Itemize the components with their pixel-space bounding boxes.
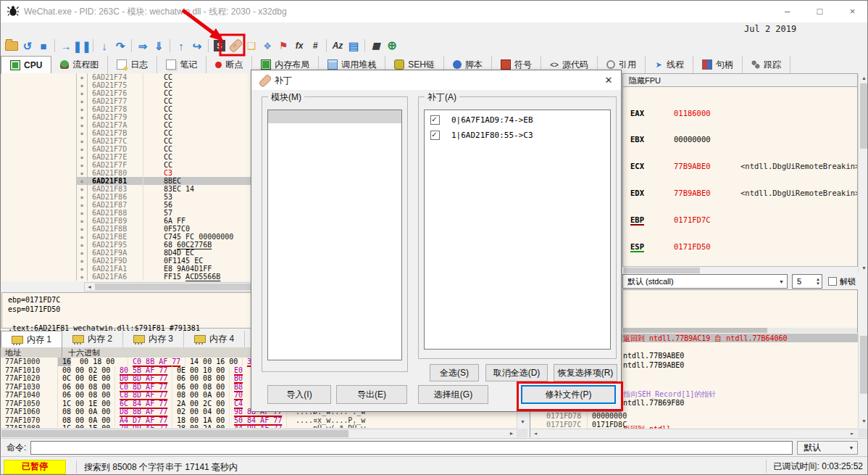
breakpoint-dot-icon[interactable] (76, 209, 88, 217)
dump-row[interactable]: 77AF10801C 00 1E 0070 D9 AF 7728 00 2A 0… (1, 424, 517, 428)
close-button[interactable]: × (836, 1, 868, 22)
breakpoint-dot-icon[interactable] (76, 241, 88, 249)
breakpoint-dot-icon[interactable] (76, 257, 88, 265)
globe-icon[interactable]: ⊕ (384, 38, 400, 54)
tab-threads[interactable]: ➤线程 (646, 56, 693, 73)
dump-row[interactable]: 77AF107008 00 0A 00A4 D7 AF 7718 00 1A 0… (1, 416, 517, 425)
breakpoint-dot-icon[interactable] (76, 217, 88, 225)
stack-arguments-view[interactable] (622, 289, 858, 333)
export-button[interactable]: 导出(E) (336, 385, 407, 404)
breakpoint-dot-icon[interactable] (76, 137, 88, 145)
toolbar-button[interactable] (90, 38, 96, 54)
registers-vscrollbar[interactable]: ▲ ▼ (858, 73, 868, 273)
breakpoint-dot-icon[interactable] (76, 81, 88, 89)
step-over-icon[interactable]: ↷ (112, 38, 128, 54)
tab-trace[interactable]: 跟踪 (743, 56, 790, 73)
dialog-close-icon[interactable]: ✕ (602, 74, 615, 87)
stack-hscrollbar[interactable]: ◄ ► (530, 429, 859, 437)
unlock-checkbox[interactable] (828, 277, 837, 286)
tab-breakpoints[interactable]: 断点 (206, 56, 252, 73)
checkbox-checked-icon[interactable] (430, 115, 440, 125)
toolbar-button[interactable] (205, 38, 212, 54)
execute-till-return-icon[interactable]: ↑ (173, 38, 189, 54)
registers-view[interactable]: EAX01186000 EBX00000000 ECX77B9ABE0<ntdl… (622, 87, 858, 266)
deselect-all-button[interactable]: 取消全选(D) (485, 364, 548, 381)
breakpoint-dot-icon[interactable] (76, 113, 88, 121)
tab-graph[interactable]: 流程图 (51, 56, 108, 73)
breakpoint-dot-icon[interactable] (76, 193, 88, 201)
breakpoint-dot-icon[interactable] (76, 97, 88, 105)
toolbar-button[interactable] (362, 38, 368, 54)
module-item[interactable] (268, 110, 401, 123)
run-to-cursor-icon[interactable]: ⇒ (135, 38, 151, 54)
breakpoint-dot-icon[interactable] (76, 225, 88, 233)
breakpoint-dot-icon[interactable] (76, 233, 88, 241)
run-icon[interactable]: → (58, 38, 74, 54)
tab-dump-1[interactable]: 内存 1 (1, 331, 62, 347)
hash-icon[interactable]: # (307, 38, 323, 54)
calling-convention-select[interactable]: 默认 (stdcall)▼ (622, 274, 788, 289)
pause-icon[interactable]: ❚❚ (74, 38, 90, 54)
select-all-button[interactable]: 全选(S) (430, 364, 479, 381)
dump-hscrollbar[interactable]: ► (1, 429, 517, 438)
minimize-button[interactable]: – (771, 1, 804, 22)
checkbox-checked-icon[interactable] (430, 131, 440, 140)
open-file-icon[interactable] (4, 38, 20, 54)
registers-hscrollbar[interactable] (622, 266, 858, 274)
toolbar-button[interactable] (167, 38, 173, 54)
tab-dump-4[interactable]: 内存 4 (184, 331, 245, 347)
tab-dump-2[interactable]: 内存 2 (62, 331, 123, 347)
breakpoint-dot-icon[interactable] (76, 153, 88, 161)
source-view-icon[interactable]: ▤ (346, 38, 362, 54)
tab-notes[interactable]: 笔记 (157, 56, 206, 73)
hide-fpu-button[interactable]: 隐藏FPU (622, 73, 858, 87)
module-list[interactable] (267, 110, 402, 360)
restore-selection-button[interactable]: 恢复选择项(R) (554, 364, 617, 381)
label-icon[interactable]: ❖ (259, 38, 275, 54)
toolbar-button[interactable] (128, 38, 135, 54)
step-into-icon[interactable]: ↓ (96, 38, 112, 54)
breakpoint-dot-icon[interactable] (76, 145, 88, 153)
toolbar-button[interactable] (51, 38, 58, 54)
maximize-button[interactable]: □ (804, 1, 836, 22)
tab-log[interactable]: 日志 (108, 56, 157, 73)
breakpoint-dot-icon[interactable] (76, 89, 88, 97)
tab-handles[interactable]: 句柄 (693, 56, 743, 73)
breakpoint-dot-icon[interactable] (76, 121, 88, 129)
tab-dump-3[interactable]: 内存 3 (123, 331, 184, 347)
breakpoint-dot-icon[interactable] (76, 169, 88, 177)
breakpoint-dot-icon[interactable] (76, 177, 88, 185)
import-button[interactable]: 导入(I) (267, 385, 331, 404)
breakpoint-dot-icon[interactable] (76, 105, 88, 113)
patch-icon[interactable] (228, 38, 243, 54)
breakpoint-dot-icon[interactable] (76, 265, 88, 273)
patch-list[interactable]: 0|6A7F1AD9:74->EB1|6AD21F80:55->C3 (424, 110, 611, 350)
calculator-icon[interactable]: ▦ (368, 38, 384, 54)
command-profile-select[interactable]: 默认▼ (797, 441, 858, 455)
strings-icon[interactable]: Az (330, 38, 346, 54)
breakpoint-dot-icon[interactable] (76, 201, 88, 209)
function-icon[interactable]: fx (291, 38, 307, 54)
breakpoint-dot-icon[interactable] (76, 273, 88, 281)
args-hscrollbar[interactable] (622, 328, 857, 333)
run-to-user-code-icon[interactable]: ↪ (189, 38, 205, 54)
patch-item[interactable]: 1|6AD21F80:55->C3 (425, 128, 610, 143)
comment-icon[interactable]: ❏ (243, 38, 259, 54)
scylla-icon[interactable]: S (212, 38, 228, 54)
tab-cpu[interactable]: CPU (1, 56, 51, 73)
toolbar-button[interactable] (323, 38, 330, 54)
command-input[interactable] (30, 441, 793, 455)
breakpoint-dot-icon[interactable] (76, 73, 88, 81)
stack-vscrollbar[interactable]: ▼ (858, 333, 868, 429)
breakpoint-dot-icon[interactable] (76, 249, 88, 257)
select-group-button[interactable]: 选择组(G) (418, 385, 488, 404)
breakpoint-dot-icon[interactable] (76, 185, 88, 193)
breakpoint-dot-icon[interactable] (76, 161, 88, 169)
stop-icon[interactable]: ■ (36, 38, 51, 54)
arg-count-stepper[interactable]: 5▲▼ (792, 274, 822, 289)
step-out-icon[interactable]: ⇓ (151, 38, 167, 54)
breakpoint-dot-icon[interactable] (76, 129, 88, 137)
restart-icon[interactable]: ↺ (20, 38, 36, 54)
bookmark-icon[interactable]: ⚑ (275, 38, 291, 54)
patch-item[interactable]: 0|6A7F1AD9:74->EB (425, 112, 610, 128)
